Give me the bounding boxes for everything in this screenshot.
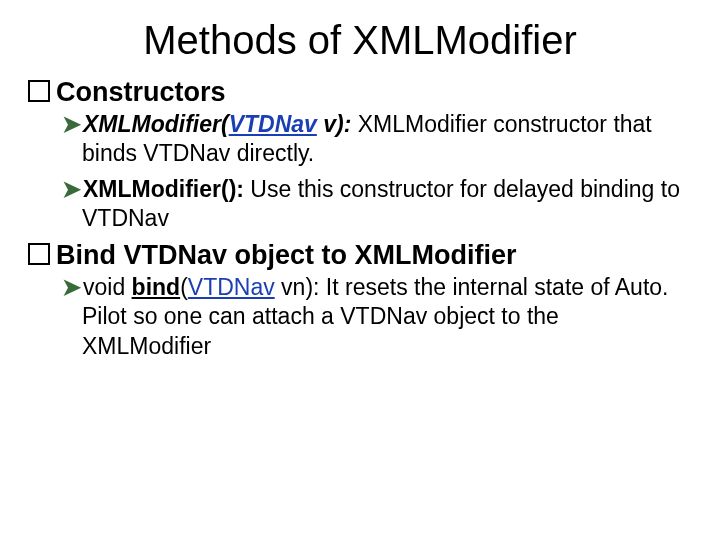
slide: Methods of XMLModifier Constructors ➤XML… bbox=[0, 0, 720, 540]
section-constructors-items: ➤XMLModifier(VTDNav v): XMLModifier cons… bbox=[28, 110, 692, 234]
paren-open: ( bbox=[180, 274, 188, 300]
arrow-bullet-icon: ➤ bbox=[62, 111, 81, 137]
square-bullet-icon bbox=[28, 243, 50, 265]
section-heading-text: Constructors bbox=[56, 77, 226, 107]
signature: XMLModifier(): bbox=[83, 176, 250, 202]
section-constructors-heading: Constructors bbox=[28, 77, 692, 108]
list-item: ➤XMLModifier(): Use this constructor for… bbox=[62, 175, 692, 234]
return-type: void bbox=[83, 274, 132, 300]
slide-title: Methods of XMLModifier bbox=[28, 18, 692, 63]
signature-post: v): bbox=[317, 111, 358, 137]
list-item: ➤void bind(VTDNav vn): It resets the int… bbox=[62, 273, 692, 361]
vtdnav-link[interactable]: VTDNav bbox=[229, 111, 317, 137]
vtdnav-link[interactable]: VTDNav bbox=[188, 274, 275, 300]
section-bind-heading: Bind VTDNav object to XMLModifier bbox=[28, 240, 692, 271]
list-item: ➤XMLModifier(VTDNav v): XMLModifier cons… bbox=[62, 110, 692, 169]
method-name: bind bbox=[132, 274, 181, 300]
square-bullet-icon bbox=[28, 80, 50, 102]
arrow-bullet-icon: ➤ bbox=[62, 274, 81, 300]
signature-pre: XMLModifier( bbox=[83, 111, 229, 137]
section-heading-text: Bind VTDNav object to XMLModifier bbox=[56, 240, 517, 270]
arg-rest: vn): bbox=[275, 274, 326, 300]
section-bind-items: ➤void bind(VTDNav vn): It resets the int… bbox=[28, 273, 692, 361]
arrow-bullet-icon: ➤ bbox=[62, 176, 81, 202]
